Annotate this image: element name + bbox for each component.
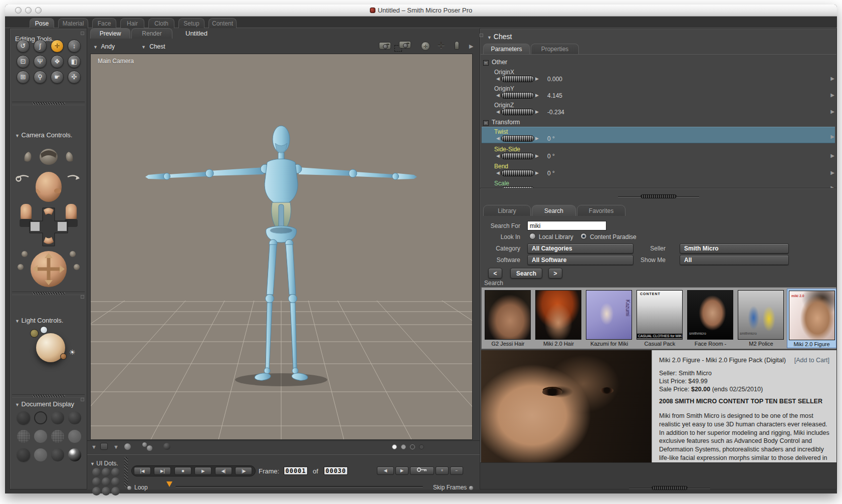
param-value[interactable]: 0 °: [547, 153, 555, 160]
magnify-tool-icon[interactable]: ⚲: [34, 71, 47, 84]
result-face-room[interactable]: smithmicro Face Room -: [686, 289, 735, 348]
sun-icon[interactable]: ☀: [69, 348, 76, 356]
resize-grip-icon[interactable]: [652, 486, 688, 490]
light-indicator-icon[interactable]: [455, 41, 459, 50]
result-miki-20-hair[interactable]: Miki 2.0 Hair: [534, 289, 583, 348]
tab-render[interactable]: Render: [131, 28, 172, 39]
timeline-marker[interactable]: [166, 481, 172, 487]
left-hand-camera-icon[interactable]: [25, 152, 32, 162]
step-back-button[interactable]: ◀|: [215, 467, 232, 475]
ui-dot[interactable]: [111, 468, 120, 476]
camera-dot-icon[interactable]: [70, 251, 76, 257]
panel-divider-grip[interactable]: [124, 457, 128, 487]
add-to-cart-link[interactable]: [Add to Cart]: [794, 357, 829, 364]
product-thumbnail[interactable]: miki 2.0: [789, 291, 835, 340]
timeline-track[interactable]: [175, 486, 423, 487]
local-library-radio-label[interactable]: Local Library: [539, 233, 573, 240]
tab-favorites[interactable]: Favorites: [577, 205, 625, 216]
viewport[interactable]: Main Camera: [90, 54, 473, 440]
originx-dial[interactable]: ◀▶: [496, 76, 541, 83]
camera-view-icon[interactable]: [379, 42, 391, 50]
light-dot-icon[interactable]: [30, 329, 39, 338]
loop-indicator-icon[interactable]: [127, 486, 131, 490]
display-style-flat-shaded-icon[interactable]: [34, 430, 47, 443]
display-style-cartoon-icon[interactable]: [68, 430, 81, 443]
current-frame-counter[interactable]: 00001: [284, 466, 308, 475]
tab-pose[interactable]: Pose: [30, 18, 54, 28]
light-dot-icon[interactable]: [40, 326, 48, 334]
search-input[interactable]: [527, 221, 606, 230]
display-style-wireframe-icon[interactable]: [51, 411, 64, 424]
divider-grip-icon[interactable]: [32, 102, 65, 105]
actor-menu[interactable]: ▼ Andy: [93, 43, 115, 50]
result-g2-jessi-hair[interactable]: G2 Jessi Hair: [483, 289, 533, 348]
product-thumbnail[interactable]: smithmicro: [738, 290, 784, 340]
tab-parameters[interactable]: Parameters: [483, 44, 530, 54]
panel-expand-arrow-icon[interactable]: ▶: [469, 43, 473, 50]
tab-content[interactable]: Content: [208, 18, 237, 28]
collapse-group-icon[interactable]: −: [483, 60, 489, 66]
param-value[interactable]: 0.000: [547, 76, 562, 83]
local-library-radio[interactable]: [529, 233, 536, 239]
display-style-silhouette-icon[interactable]: [17, 411, 30, 424]
total-frames-counter[interactable]: 00030: [324, 466, 348, 475]
add-frames-button[interactable]: +: [436, 466, 449, 475]
ball-widget-icon[interactable]: [124, 443, 131, 450]
disclosure-triangle-icon[interactable]: ▼: [15, 133, 20, 138]
display-style-outline-icon[interactable]: [34, 411, 47, 424]
param-options-arrow-icon[interactable]: ▶: [830, 76, 834, 81]
grouping-tool-icon[interactable]: ⊞: [17, 71, 30, 84]
head-camera-icon[interactable]: [36, 172, 62, 202]
title-bar[interactable]: Untitled – Smith Micro Poser Pro: [5, 5, 837, 17]
dolly-cross-control[interactable]: [30, 208, 68, 246]
tab-hair[interactable]: Hair: [120, 18, 144, 28]
ui-dot[interactable]: [92, 468, 101, 476]
product-thumbnail[interactable]: [535, 290, 581, 340]
ball-widget-icon[interactable]: [147, 445, 152, 451]
rotate-tool-icon[interactable]: ↺: [17, 40, 30, 53]
product-thumbnail[interactable]: [485, 290, 531, 340]
disclosure-triangle-icon[interactable]: ▼: [15, 402, 20, 407]
group-other[interactable]: −Other: [483, 59, 507, 66]
product-thumbnail[interactable]: smithmicro: [687, 290, 733, 340]
panel-collapse-icon[interactable]: [480, 34, 483, 37]
content-paradise-radio[interactable]: [580, 233, 587, 239]
element-menu[interactable]: ▼ Chest: [141, 43, 165, 50]
product-thumbnail[interactable]: Kazumi: [586, 290, 632, 340]
first-frame-button[interactable]: |◀: [134, 467, 151, 475]
tab-properties[interactable]: Properties: [531, 44, 579, 54]
last-frame-button[interactable]: ▶|: [154, 467, 171, 475]
tab-setup[interactable]: Setup: [178, 18, 204, 28]
trackball-control[interactable]: [31, 251, 67, 287]
result-kazumi-for-miki[interactable]: Kazumi Kazumi for Miki: [584, 289, 634, 348]
originy-dial[interactable]: ◀▶: [496, 92, 541, 99]
prev-page-button[interactable]: <: [488, 268, 502, 279]
camera-name-label[interactable]: Main Camera: [98, 58, 134, 65]
ui-dot[interactable]: [102, 487, 110, 495]
originz-dial[interactable]: ◀▶: [496, 109, 541, 116]
display-style-flat-lined-icon[interactable]: [51, 430, 64, 443]
camera-controls-widget[interactable]: [14, 143, 84, 288]
skip-frames-toggle-icon[interactable]: [469, 486, 473, 490]
tab-material[interactable]: Material: [58, 18, 88, 28]
search-button[interactable]: Search: [510, 268, 542, 279]
param-value[interactable]: 4.145: [547, 92, 562, 99]
shadow-menu-icon[interactable]: ▼: [113, 444, 119, 450]
move-view-cross-icon[interactable]: ✛: [438, 40, 445, 51]
scale-tool-icon[interactable]: ⊡: [17, 55, 30, 68]
result-miki-20-figure-selected[interactable]: miki 2.0 Miki 2.0 Figure: [787, 289, 836, 348]
tab-search[interactable]: Search: [532, 205, 576, 216]
param-options-arrow-icon[interactable]: ▶: [830, 109, 834, 114]
tab-library[interactable]: Library: [483, 205, 531, 216]
param-value[interactable]: 0 °: [547, 135, 555, 142]
tab-cloth[interactable]: Cloth: [148, 18, 174, 28]
ui-dot[interactable]: [92, 477, 101, 486]
tracking-full-icon[interactable]: [392, 444, 397, 449]
seller-dropdown[interactable]: Smith Micro: [680, 243, 789, 254]
param-options-arrow-icon[interactable]: ▶: [830, 134, 834, 139]
group-transform[interactable]: −Transform: [483, 119, 520, 126]
delete-frames-button[interactable]: −: [450, 466, 463, 475]
prev-key-button[interactable]: ◀: [377, 466, 394, 475]
light-controls-widget[interactable]: [29, 329, 74, 369]
display-style-hiddenline-icon[interactable]: [68, 411, 81, 424]
